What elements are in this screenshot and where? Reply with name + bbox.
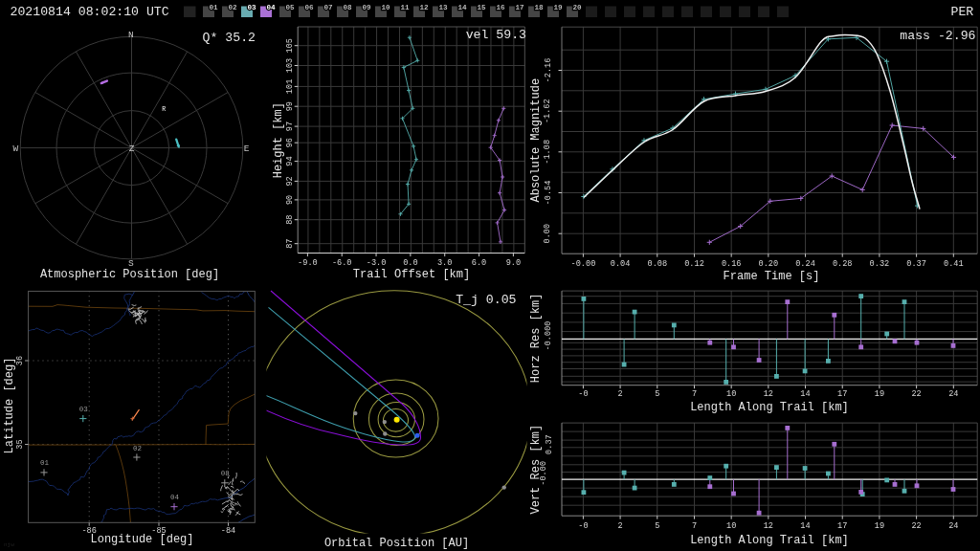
svg-text:0.16: 0.16 bbox=[722, 259, 742, 269]
svg-text:88: 88 bbox=[285, 215, 295, 225]
svg-text:0.28: 0.28 bbox=[833, 259, 853, 269]
svg-text:19: 19 bbox=[875, 521, 884, 531]
svg-text:njw: njw bbox=[4, 541, 14, 548]
svg-text:22: 22 bbox=[911, 521, 921, 531]
svg-text:0.00: 0.00 bbox=[544, 224, 553, 244]
svg-text:0.20: 0.20 bbox=[758, 259, 778, 269]
svg-text:E: E bbox=[244, 143, 250, 154]
svg-text:101: 101 bbox=[285, 79, 295, 94]
svg-text:-0: -0 bbox=[578, 389, 588, 399]
svg-text:17: 17 bbox=[837, 389, 847, 399]
svg-text:02: 02 bbox=[133, 445, 142, 452]
svg-text:08: 08 bbox=[344, 4, 353, 11]
svg-text:Trail Offset [km]: Trail Offset [km] bbox=[353, 268, 470, 281]
svg-text:Atmospheric Position [deg]: Atmospheric Position [deg] bbox=[40, 268, 219, 281]
svg-text:0.37: 0.37 bbox=[906, 259, 926, 269]
svg-text:14: 14 bbox=[800, 389, 810, 399]
svg-text:19: 19 bbox=[554, 4, 564, 11]
svg-text:07: 07 bbox=[324, 4, 334, 11]
svg-text:36: 36 bbox=[15, 356, 25, 365]
svg-text:13: 13 bbox=[439, 4, 449, 11]
svg-text:7: 7 bbox=[692, 389, 697, 399]
svg-text:-3.0: -3.0 bbox=[367, 258, 387, 268]
svg-text:10: 10 bbox=[726, 389, 736, 399]
svg-text:Orbital Position [AU]: Orbital Position [AU] bbox=[324, 537, 469, 550]
svg-text:vel 59.3: vel 59.3 bbox=[466, 28, 526, 42]
svg-text:20210814 08:02:10 UTC: 20210814 08:02:10 UTC bbox=[11, 5, 169, 19]
svg-text:Horz Res [km]: Horz Res [km] bbox=[529, 294, 543, 384]
svg-text:04: 04 bbox=[170, 494, 180, 501]
svg-text:0.41: 0.41 bbox=[944, 259, 964, 269]
svg-text:PER: PER bbox=[951, 5, 974, 19]
svg-text:16: 16 bbox=[497, 4, 506, 11]
svg-text:11: 11 bbox=[401, 4, 411, 11]
svg-text:24: 24 bbox=[948, 389, 958, 399]
svg-text:0.0: 0.0 bbox=[403, 258, 417, 268]
svg-text:3.0: 3.0 bbox=[437, 258, 452, 268]
svg-text:105: 105 bbox=[285, 38, 295, 53]
svg-text:09: 09 bbox=[363, 4, 372, 11]
svg-text:-1.62: -1.62 bbox=[544, 99, 553, 123]
svg-text:05: 05 bbox=[286, 4, 296, 11]
svg-text:Length Along Trail [km]: Length Along Trail [km] bbox=[690, 534, 849, 547]
svg-text:0.37: 0.37 bbox=[545, 434, 554, 454]
svg-text:-1.08: -1.08 bbox=[544, 140, 553, 165]
svg-text:20: 20 bbox=[573, 4, 583, 11]
svg-text:14: 14 bbox=[800, 521, 810, 531]
svg-text:08: 08 bbox=[221, 470, 230, 477]
svg-text:R: R bbox=[162, 106, 166, 113]
svg-text:0.12: 0.12 bbox=[684, 259, 704, 269]
svg-text:01: 01 bbox=[40, 459, 50, 467]
svg-text:-84: -84 bbox=[221, 526, 235, 536]
svg-text:Height [km]: Height [km] bbox=[273, 102, 286, 178]
svg-text:10: 10 bbox=[382, 4, 391, 11]
svg-text:14: 14 bbox=[458, 4, 468, 11]
svg-text:06: 06 bbox=[305, 4, 315, 11]
svg-text:15: 15 bbox=[478, 4, 487, 11]
svg-text:9.0: 9.0 bbox=[506, 258, 521, 268]
svg-text:Absolute Magnitude: Absolute Magnitude bbox=[530, 78, 544, 203]
svg-text:0.32: 0.32 bbox=[870, 259, 890, 269]
svg-text:Z: Z bbox=[129, 143, 135, 154]
svg-text:12: 12 bbox=[764, 389, 773, 399]
svg-text:12: 12 bbox=[420, 4, 430, 11]
svg-text:24: 24 bbox=[948, 521, 958, 531]
svg-text:01: 01 bbox=[210, 4, 219, 11]
svg-text:mass -2.96: mass -2.96 bbox=[900, 29, 975, 43]
svg-text:-9.0: -9.0 bbox=[298, 258, 318, 268]
svg-text:-0.00: -0.00 bbox=[571, 259, 596, 269]
svg-text:-2.16: -2.16 bbox=[544, 58, 553, 83]
svg-text:Longitude [deg]: Longitude [deg] bbox=[90, 533, 193, 546]
svg-text:N: N bbox=[128, 30, 134, 40]
svg-text:Latitude [deg]: Latitude [deg] bbox=[3, 358, 16, 454]
svg-text:W: W bbox=[13, 143, 19, 154]
svg-text:12: 12 bbox=[764, 521, 773, 531]
svg-text:2: 2 bbox=[618, 521, 623, 531]
svg-text:99: 99 bbox=[285, 101, 295, 111]
svg-text:-0.000: -0.000 bbox=[544, 321, 553, 351]
svg-text:22: 22 bbox=[911, 389, 921, 399]
svg-text:5: 5 bbox=[655, 389, 659, 399]
svg-text:92: 92 bbox=[285, 176, 295, 186]
svg-text:0.04: 0.04 bbox=[611, 259, 631, 269]
svg-text:7: 7 bbox=[692, 521, 697, 531]
svg-text:Length Along Trail [km]: Length Along Trail [km] bbox=[690, 401, 849, 414]
svg-text:97: 97 bbox=[285, 121, 295, 131]
svg-text:17: 17 bbox=[837, 521, 847, 531]
svg-text:2: 2 bbox=[618, 389, 623, 399]
svg-text:96: 96 bbox=[285, 138, 295, 147]
svg-text:Q* 35.2: Q* 35.2 bbox=[203, 31, 256, 45]
svg-text:Frame Time [s]: Frame Time [s] bbox=[724, 270, 820, 283]
svg-text:6.0: 6.0 bbox=[472, 258, 486, 268]
svg-text:87: 87 bbox=[285, 239, 295, 249]
svg-text:-0: -0 bbox=[578, 521, 588, 531]
svg-text:02: 02 bbox=[229, 4, 238, 11]
svg-text:0.08: 0.08 bbox=[647, 259, 667, 269]
svg-text:03: 03 bbox=[248, 4, 257, 11]
svg-text:18: 18 bbox=[535, 4, 545, 11]
svg-text:17: 17 bbox=[516, 4, 525, 11]
svg-text:-0.54: -0.54 bbox=[544, 181, 553, 206]
svg-text:94: 94 bbox=[285, 156, 295, 165]
svg-text:90: 90 bbox=[285, 195, 295, 205]
svg-text:T_j 0.05: T_j 0.05 bbox=[456, 293, 516, 307]
